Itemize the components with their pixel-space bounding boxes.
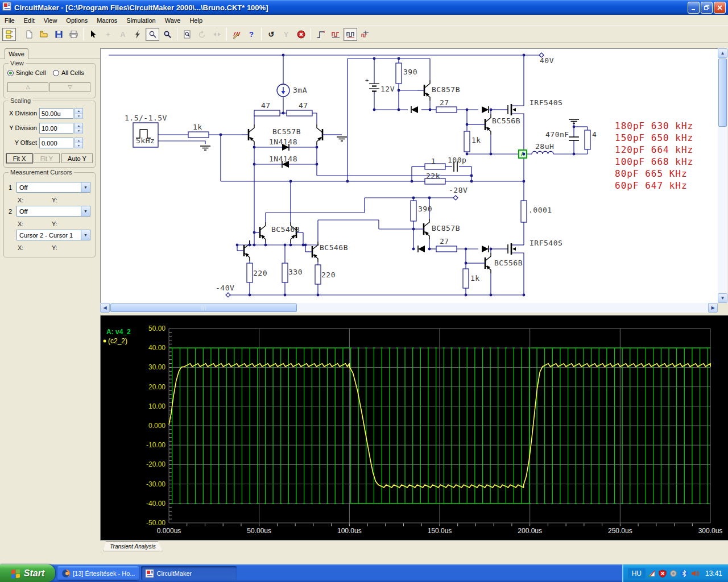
bjt-symbol[interactable] bbox=[417, 219, 429, 239]
vertical-scroll-thumb[interactable] bbox=[718, 59, 727, 127]
diode-symbol[interactable] bbox=[411, 106, 418, 113]
cursor2-select[interactable]: Off ▼ bbox=[16, 206, 90, 217]
task-circuitmaker[interactable]: CircuitMaker bbox=[141, 566, 237, 580]
res-v-symbol[interactable] bbox=[247, 263, 253, 282]
mirror-icon[interactable] bbox=[210, 28, 224, 41]
horizontal-scroll-thumb[interactable] bbox=[110, 304, 297, 312]
scroll-down-icon[interactable]: ▼ bbox=[718, 293, 727, 303]
menu-item-options[interactable]: Options bbox=[61, 16, 92, 25]
tablet-icon[interactable] bbox=[648, 569, 656, 577]
fit-y-button[interactable]: Fit Y bbox=[34, 153, 60, 163]
start-button[interactable]: Start bbox=[0, 564, 55, 582]
bjt-symbol[interactable] bbox=[478, 114, 491, 135]
y-division-spinner[interactable]: ▲▼ bbox=[75, 123, 83, 134]
task-firefox[interactable]: [13] Értesítések - Ho... bbox=[57, 566, 139, 580]
save-file-icon[interactable] bbox=[52, 28, 65, 41]
waveform-panel[interactable]: 50.0040.0030.0020.0010.000.000-10.00-20.… bbox=[100, 315, 728, 540]
scroll-up-icon[interactable]: ▲ bbox=[718, 48, 727, 58]
x-division-spinner[interactable]: ▲▼ bbox=[75, 108, 83, 119]
restore-button[interactable] bbox=[701, 2, 713, 14]
schematic-canvas[interactable]: +A1.5/-1.5V5kHz1k3mA4747BC557B1N41481N41… bbox=[100, 48, 718, 303]
reset-icon[interactable]: ↺ bbox=[264, 28, 278, 41]
all-cells-radio[interactable] bbox=[53, 70, 59, 76]
analog-options-icon[interactable] bbox=[329, 28, 342, 41]
res-v-symbol[interactable] bbox=[463, 269, 469, 288]
bjt-symbol[interactable] bbox=[317, 124, 329, 145]
term-symbol[interactable] bbox=[453, 196, 458, 200]
bjt-symbol[interactable] bbox=[417, 80, 430, 101]
schematic-svg[interactable]: +A1.5/-1.5V5kHz1k3mA4747BC557B1N41481N41… bbox=[101, 49, 718, 304]
ind-symbol[interactable] bbox=[532, 151, 553, 154]
res-v-symbol[interactable] bbox=[396, 63, 402, 84]
res-h-symbol[interactable] bbox=[436, 246, 457, 252]
menu-item-file[interactable]: File bbox=[0, 16, 19, 25]
res-v-symbol[interactable] bbox=[315, 265, 321, 284]
select-tool-icon[interactable] bbox=[86, 28, 100, 41]
scroll-left-icon[interactable]: ◀ bbox=[100, 303, 110, 313]
bluetooth-icon[interactable] bbox=[680, 569, 689, 577]
res-v-symbol[interactable] bbox=[585, 130, 590, 149]
x-division-input[interactable]: 50.00u bbox=[39, 108, 73, 119]
wire-tool-icon[interactable]: + bbox=[101, 28, 115, 41]
auto-y-button[interactable]: Auto Y bbox=[61, 153, 93, 163]
y-offset-input[interactable]: 0.000 bbox=[39, 138, 73, 148]
res-h-symbol[interactable] bbox=[287, 110, 312, 116]
diode-symbol[interactable] bbox=[482, 246, 489, 252]
schematic-horizontal-scrollbar[interactable]: ◀ ▶ bbox=[100, 303, 718, 313]
res-v-symbol[interactable] bbox=[521, 201, 527, 222]
res-v-symbol[interactable] bbox=[411, 201, 416, 221]
analyses-setup-icon[interactable] bbox=[344, 28, 357, 41]
res-h-symbol[interactable] bbox=[254, 110, 280, 116]
cell-up-button[interactable]: △ bbox=[7, 82, 48, 92]
simulation-setup-icon[interactable] bbox=[230, 28, 243, 41]
zoom-tool-icon[interactable] bbox=[160, 28, 174, 41]
probe-tool-icon[interactable]: Y bbox=[279, 28, 293, 41]
y-division-input[interactable]: 10.00 bbox=[39, 123, 73, 134]
menu-item-view[interactable]: View bbox=[39, 16, 62, 25]
open-file-icon[interactable] bbox=[37, 28, 51, 41]
zoom-select-tool-icon[interactable] bbox=[146, 28, 159, 41]
isrc-symbol[interactable] bbox=[277, 84, 289, 97]
mixed-signal-icon[interactable] bbox=[358, 28, 372, 41]
diode-symbol[interactable] bbox=[418, 246, 425, 252]
diode-symbol[interactable] bbox=[482, 106, 489, 113]
bjt-symbol[interactable] bbox=[478, 253, 491, 273]
cursor2-dropdown-icon[interactable]: ▼ bbox=[81, 206, 90, 216]
delete-tool-icon[interactable] bbox=[131, 28, 144, 41]
cursor-diff-select[interactable]: Cursor 2 - Cursor 1 ▼ bbox=[16, 230, 90, 240]
text-tool-icon[interactable]: A bbox=[116, 28, 130, 41]
bjt-symbol[interactable] bbox=[242, 124, 254, 145]
parts-browser-icon[interactable] bbox=[2, 28, 16, 41]
gnd-symbol[interactable] bbox=[200, 146, 210, 150]
audio-device-icon[interactable] bbox=[669, 569, 678, 577]
cell-down-button[interactable]: ▽ bbox=[49, 82, 90, 92]
cursor1-select[interactable]: Off ▼ bbox=[16, 182, 90, 193]
digital-options-icon[interactable] bbox=[314, 28, 328, 41]
cursor-diff-dropdown-icon[interactable]: ▼ bbox=[81, 230, 90, 240]
fit-x-button[interactable]: Fit X bbox=[6, 153, 32, 163]
batt-symbol[interactable]: + bbox=[365, 77, 379, 92]
res-v-symbol[interactable] bbox=[464, 131, 470, 152]
print-icon[interactable] bbox=[67, 28, 80, 41]
language-indicator[interactable]: HU bbox=[628, 568, 646, 579]
schematic-vertical-scrollbar[interactable]: ▲ ▼ bbox=[718, 48, 727, 303]
res-v-symbol[interactable] bbox=[282, 263, 288, 282]
help-icon[interactable]: ? bbox=[245, 28, 258, 41]
fit-page-icon[interactable] bbox=[180, 28, 194, 41]
bjt-symbol[interactable] bbox=[237, 240, 250, 261]
tab-transient-analysis[interactable]: Transient Analysis bbox=[103, 541, 163, 551]
menu-item-simulation[interactable]: Simulation bbox=[122, 16, 160, 25]
cursor1-dropdown-icon[interactable]: ▼ bbox=[81, 182, 90, 192]
single-cell-radio[interactable] bbox=[7, 70, 14, 76]
menu-item-wave[interactable]: Wave bbox=[160, 16, 185, 25]
security-shield-icon[interactable] bbox=[659, 569, 667, 577]
y-offset-spinner[interactable]: ▲▼ bbox=[75, 138, 83, 148]
minimize-button[interactable] bbox=[688, 2, 700, 14]
menu-item-macros[interactable]: Macros bbox=[92, 16, 122, 25]
close-button[interactable] bbox=[714, 2, 726, 14]
res-h-symbol[interactable] bbox=[188, 132, 209, 138]
cap-v-symbol[interactable] bbox=[569, 137, 579, 140]
menu-item-help[interactable]: Help bbox=[185, 16, 207, 25]
term-symbol[interactable] bbox=[226, 293, 230, 297]
volume-icon[interactable] bbox=[691, 569, 700, 577]
